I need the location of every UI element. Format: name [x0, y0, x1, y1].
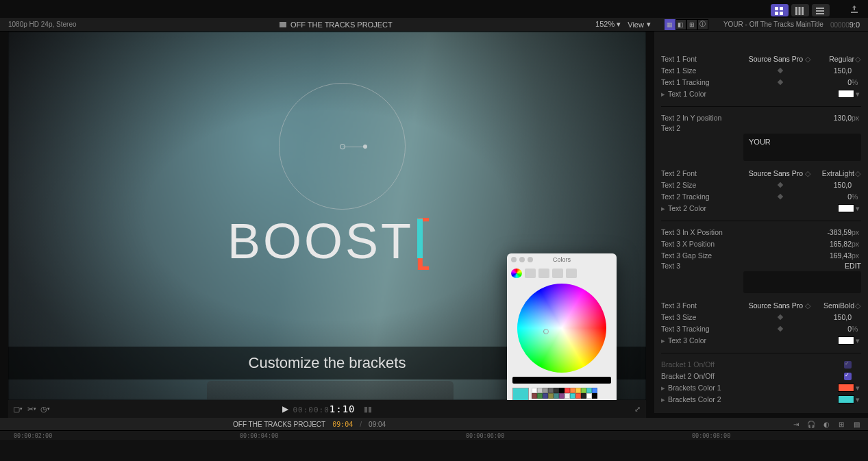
text-icon: ⊞ [689, 21, 695, 28]
inspector-tab-video[interactable]: ▦ [665, 19, 675, 30]
text3-tracking-value[interactable]: 0 [813, 325, 852, 333]
text2-size-value[interactable]: 150,0 [813, 181, 852, 189]
skimming-toggle[interactable]: ⇥ [791, 419, 801, 429]
slider-thumb-icon[interactable] [778, 68, 783, 73]
text3-font-dropdown[interactable]: Source Sans Pro ◇ [743, 301, 815, 310]
disclosure-triangle[interactable]: ▸ [661, 90, 667, 98]
chevron-down-icon: ◇ [854, 301, 861, 310]
loop-indicator[interactable]: ▮▮ [364, 405, 372, 414]
header-bar: 1080p HD 24p, Stereo OFF THE TRACKS PROJ… [0, 18, 868, 32]
color-picker-titlebar[interactable]: Colors [507, 253, 617, 266]
timeline-body[interactable] [0, 440, 868, 461]
color-wheel-mode[interactable] [511, 269, 522, 278]
color-wheel-cursor[interactable] [543, 329, 549, 334]
disclosure-triangle[interactable]: ▸ [661, 395, 667, 403]
color-sliders-mode[interactable] [525, 269, 536, 278]
text1-color-well[interactable] [838, 90, 854, 98]
svg-rect-9 [816, 13, 824, 14]
share-icon [850, 5, 858, 15]
share-button[interactable] [846, 3, 863, 18]
audio-skim-toggle[interactable]: 🎧 [806, 419, 816, 429]
transform-tool[interactable]: ▢▾ [14, 405, 22, 413]
color-tool[interactable]: ✂▾ [27, 405, 36, 413]
disclosure-triangle[interactable]: ▸ [661, 204, 667, 212]
color-pencils-mode[interactable] [566, 269, 577, 278]
text3-text-field[interactable] [743, 271, 861, 293]
disclosure-triangle[interactable]: ▸ [661, 336, 667, 345]
color-image-mode[interactable] [552, 269, 563, 278]
text3-inx-value[interactable]: -383,59 [813, 228, 852, 236]
bracket2-checkbox[interactable] [844, 373, 852, 380]
slider-thumb-icon[interactable] [778, 326, 783, 332]
color-palette[interactable] [532, 388, 597, 399]
play-button[interactable]: ▶ [282, 404, 288, 414]
text2-color-well[interactable] [838, 204, 854, 212]
brackets-color1-well[interactable] [838, 384, 854, 392]
color-dropdown-icon[interactable]: ▾ [854, 395, 861, 403]
text3-size-value[interactable]: 150,0 [813, 313, 852, 321]
index-button[interactable]: ▤ [852, 419, 861, 429]
inspector-tab-generator[interactable]: ◧ [675, 19, 686, 30]
layout-columns-button[interactable] [791, 4, 809, 16]
text2-text-field[interactable]: YOUR [743, 134, 861, 161]
inspector-tab-text[interactable]: ⊞ [686, 19, 697, 30]
color-mode-tabs [507, 266, 617, 281]
text1-style-dropdown[interactable]: Regular [815, 55, 854, 63]
divider [661, 106, 861, 107]
text2-style-dropdown[interactable]: ExtraLight [815, 169, 854, 177]
text2-ypos-value[interactable]: 130,0 [813, 114, 852, 122]
control-radius-handle[interactable] [363, 145, 367, 149]
text3-x-value[interactable]: 165,82 [813, 240, 852, 248]
text2-group: Text 2 In Y position 130,0 px Text 2 YOU… [661, 112, 861, 214]
brightness-slider[interactable] [512, 377, 611, 384]
slider-thumb-icon[interactable] [778, 194, 783, 199]
color-dropdown-icon[interactable]: ▾ [854, 384, 861, 392]
color-dropdown-icon[interactable]: ▾ [854, 204, 861, 212]
info-icon: ⓘ [699, 20, 706, 29]
bracket1-onoff-label: Bracket 1 On/Off [661, 360, 743, 369]
inspector-panel: Text 1 Font Source Sans Pro ◇ Regular ◇ … [654, 32, 868, 413]
project-title: OFF THE TRACKS PROJECT [290, 21, 393, 29]
color-palettes-mode[interactable] [538, 269, 549, 278]
columns-icon [795, 7, 805, 14]
fullscreen-button[interactable]: ⤢ [634, 405, 641, 414]
text3-gap-value[interactable]: 169,43 [813, 251, 852, 260]
slider-thumb-icon[interactable] [778, 79, 783, 85]
text3-inx-label: Text 3 In X Position [661, 228, 743, 236]
solo-toggle[interactable]: ◐ [821, 419, 831, 429]
color-wheel[interactable] [517, 284, 606, 373]
text1-size-value[interactable]: 150,0 [813, 66, 852, 75]
zoom-dropdown[interactable]: 152% ▾ [595, 20, 621, 29]
grid-icon [775, 7, 784, 14]
divider [661, 221, 861, 221]
layout-grid-button[interactable] [771, 4, 789, 16]
retime-tool[interactable]: ◷▾ [41, 405, 49, 413]
timeline-total-tc: 09:04 [369, 421, 386, 428]
onscreen-control-circle[interactable] [279, 83, 406, 210]
text1-tracking-value[interactable]: 0 [813, 78, 852, 86]
text3-x-label: Text 3 X Position [661, 240, 743, 248]
text1-font-dropdown[interactable]: Source Sans Pro ◇ [743, 55, 815, 63]
brackets-color2-well[interactable] [838, 395, 854, 403]
format-label: 1080p HD 24p, Stereo [8, 21, 77, 28]
bracket1-checkbox[interactable] [844, 361, 852, 369]
slider-thumb-icon[interactable] [778, 182, 783, 188]
slider-thumb-icon[interactable] [778, 314, 783, 320]
current-color-swatch[interactable] [512, 388, 529, 401]
text3-color-well[interactable] [838, 336, 854, 345]
text2-tracking-value[interactable]: 0 [813, 192, 852, 201]
timeline-current-tc: 09:04 [332, 421, 353, 428]
text2-text-label: Text 2 [661, 124, 743, 132]
layout-list-button[interactable] [812, 4, 830, 16]
view-dropdown[interactable]: View ▾ [628, 20, 651, 29]
inspector-tab-info[interactable]: ⓘ [697, 19, 708, 30]
snap-toggle[interactable]: ⊞ [836, 419, 846, 429]
color-dropdown-icon[interactable]: ▾ [854, 336, 861, 345]
color-picker-window[interactable]: Colors [507, 253, 617, 407]
text2-font-dropdown[interactable]: Source Sans Pro ◇ [743, 169, 815, 177]
color-dropdown-icon[interactable]: ▾ [854, 90, 861, 98]
disclosure-triangle[interactable]: ▸ [661, 384, 667, 392]
text3-style-dropdown[interactable]: SemiBold [815, 301, 854, 310]
timeline-ruler[interactable]: 00:00:02:00 00:00:04:00 00:00:06:00 00:0… [0, 430, 868, 440]
text2-color-label: Text 2 Color [668, 204, 745, 212]
